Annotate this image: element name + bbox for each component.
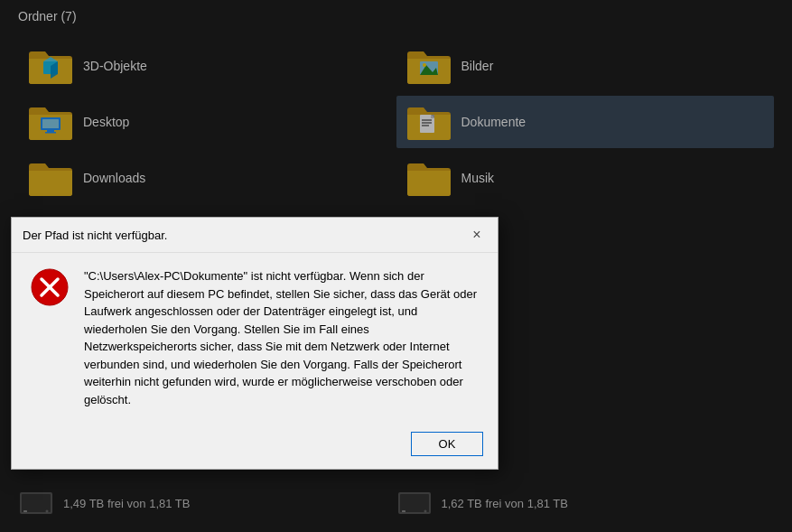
dialog-close-button[interactable]: ×: [467, 225, 487, 245]
error-dialog: Der Pfad ist nicht verfügbar. × "C:\User…: [11, 217, 498, 470]
error-icon: [30, 267, 70, 307]
error-icon-wrapper: [30, 267, 70, 307]
dialog-titlebar: Der Pfad ist nicht verfügbar. ×: [12, 218, 498, 253]
dialog-footer: OK: [12, 423, 498, 469]
dialog-title: Der Pfad ist nicht verfügbar.: [23, 229, 167, 242]
dialog-body: "C:\Users\Alex-PC\Dokumente" ist nicht v…: [12, 253, 498, 423]
dialog-overlay: Der Pfad ist nicht verfügbar. × "C:\User…: [0, 0, 792, 532]
dialog-message-text: "C:\Users\Alex-PC\Dokumente" ist nicht v…: [84, 269, 477, 406]
ok-button[interactable]: OK: [411, 432, 483, 456]
dialog-message: "C:\Users\Alex-PC\Dokumente" ist nicht v…: [84, 267, 480, 408]
